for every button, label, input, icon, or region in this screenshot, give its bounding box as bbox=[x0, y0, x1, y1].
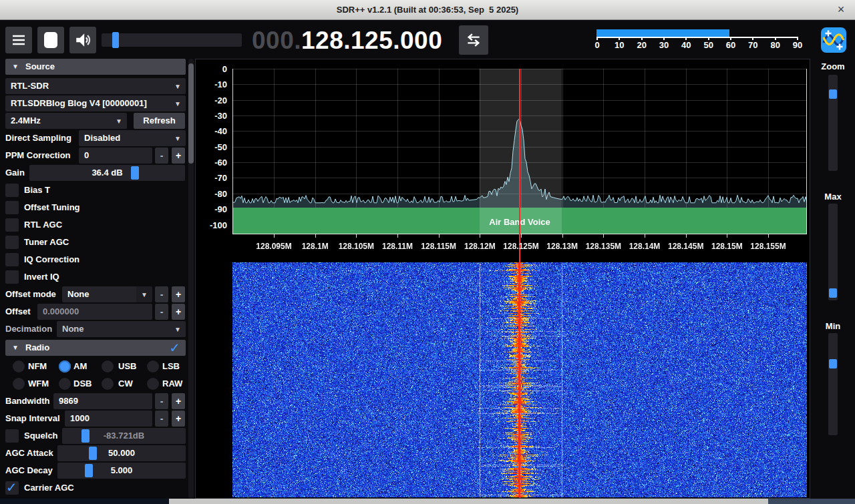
snr-scale-label: 30 bbox=[659, 40, 669, 50]
mode-radio-usb[interactable] bbox=[102, 360, 114, 372]
max-slider-handle[interactable] bbox=[829, 288, 837, 298]
radio-header-label: Radio bbox=[25, 340, 49, 356]
agc-decay-slider[interactable]: 5.000 bbox=[57, 463, 186, 479]
source-driver-select[interactable]: RTL-SDR ▼ bbox=[5, 78, 186, 94]
mode-radio-dsb[interactable] bbox=[59, 378, 71, 390]
check-icon: ✓ bbox=[6, 481, 19, 493]
snr-scale-label: 60 bbox=[726, 40, 735, 50]
close-icon: × bbox=[838, 3, 845, 16]
ppm-plus-button[interactable]: + bbox=[172, 148, 185, 164]
offset-input[interactable]: 0.000000 bbox=[37, 304, 152, 320]
zoom-slider[interactable] bbox=[828, 75, 838, 171]
carrier-agc-checkbox[interactable]: ✓ bbox=[5, 481, 19, 495]
ppm-minus-button[interactable]: - bbox=[155, 148, 168, 164]
tuning-mode-button[interactable] bbox=[459, 25, 488, 55]
frequency-display[interactable]: 000.128.125.000 bbox=[252, 27, 442, 54]
mode-radio-wfm[interactable] bbox=[13, 378, 25, 390]
offset-mode-minus-button[interactable]: - bbox=[155, 286, 168, 302]
min-slider[interactable] bbox=[828, 333, 838, 435]
stop-icon bbox=[44, 32, 57, 48]
volume-mute-button[interactable] bbox=[69, 27, 96, 53]
snr-tick-mark bbox=[663, 37, 665, 40]
volume-slider-handle[interactable] bbox=[112, 32, 119, 48]
snr-scale-label: 90 bbox=[793, 40, 802, 50]
agc-attack-slider[interactable]: 50.000 bbox=[57, 445, 186, 461]
title-bar: SDR++ v1.2.1 (Built at 00:36:53, Sep 5 2… bbox=[0, 0, 855, 20]
min-slider-handle[interactable] bbox=[829, 359, 837, 368]
bandwidth-input[interactable]: 9869 bbox=[53, 393, 152, 409]
iq-correction-checkbox[interactable]: ✓ bbox=[5, 253, 19, 266]
offset-minus-button[interactable]: - bbox=[155, 304, 168, 320]
ppm-input[interactable]: 0 bbox=[79, 148, 152, 164]
squelch-slider[interactable]: -83.721dB bbox=[62, 428, 186, 444]
mode-radio-am[interactable] bbox=[59, 360, 71, 372]
freq-tick-label: 128.1M bbox=[302, 242, 329, 251]
direct-sampling-select[interactable]: Disabled ▼ bbox=[79, 130, 186, 146]
tuner-agc-label: Tuner AGC bbox=[24, 234, 69, 250]
offset-tuning-checkbox[interactable]: ✓ bbox=[5, 201, 19, 214]
minus-icon: - bbox=[160, 150, 164, 161]
snap-plus-button[interactable]: + bbox=[172, 411, 185, 427]
minus-icon: - bbox=[160, 306, 164, 317]
agc-decay-slider-handle[interactable] bbox=[85, 464, 93, 477]
decimation-value: None bbox=[62, 324, 84, 334]
zoom-slider-handle[interactable] bbox=[829, 89, 837, 99]
tuning-line[interactable] bbox=[519, 69, 520, 498]
stop-button[interactable] bbox=[37, 27, 64, 53]
snr-tick-mark bbox=[775, 37, 776, 40]
mode-radio-cw[interactable] bbox=[102, 378, 114, 390]
ppm-label: PPM Correction bbox=[5, 148, 71, 164]
background-window-strip-slate bbox=[768, 499, 855, 504]
source-section-header[interactable]: ▼ Source bbox=[5, 59, 186, 75]
iq-correction-label: IQ Correction bbox=[24, 252, 79, 268]
agc-attack-slider-handle[interactable] bbox=[89, 447, 97, 460]
mode-radio-raw[interactable] bbox=[147, 378, 159, 390]
squelch-checkbox[interactable]: ✓ bbox=[5, 429, 19, 443]
snr-tick-mark bbox=[596, 37, 598, 40]
offset-mode-value: None bbox=[67, 289, 90, 299]
zoom-label: Zoom bbox=[816, 61, 850, 71]
offset-label: Offset bbox=[5, 304, 31, 320]
chevron-down-icon: ▼ bbox=[174, 79, 181, 94]
radio-section-header[interactable]: ▼ Radio ✓ bbox=[5, 340, 186, 356]
offset-mode-select[interactable]: None ▼ bbox=[62, 286, 152, 302]
snap-minus-button[interactable]: - bbox=[155, 411, 168, 427]
source-device-select[interactable]: RTLSDRBlog Blog V4 [00000001] ▼ bbox=[5, 95, 186, 111]
menu-button[interactable] bbox=[5, 27, 32, 53]
refresh-button[interactable]: Refresh bbox=[134, 113, 185, 129]
bandwidth-plus-button[interactable]: + bbox=[172, 393, 185, 409]
offset-mode-plus-button[interactable]: + bbox=[172, 286, 185, 302]
mode-label-nfm: NFM bbox=[28, 358, 47, 374]
close-button[interactable]: × bbox=[834, 0, 848, 20]
radio-enabled-check-icon[interactable]: ✓ bbox=[169, 340, 180, 356]
plus-icon: + bbox=[176, 396, 181, 407]
minus-icon: - bbox=[160, 413, 164, 424]
mode-label-wfm: WFM bbox=[28, 376, 49, 392]
invert-iq-checkbox[interactable]: ✓ bbox=[5, 270, 19, 284]
decimation-select[interactable]: None ▼ bbox=[57, 321, 186, 337]
db-tick-label: -100 bbox=[210, 220, 227, 230]
sidebar-scrollbar-thumb[interactable] bbox=[188, 63, 194, 164]
rtl-agc-checkbox[interactable]: ✓ bbox=[5, 218, 19, 232]
mode-radio-lsb[interactable] bbox=[147, 360, 159, 372]
offset-plus-button[interactable]: + bbox=[172, 304, 185, 320]
tuner-agc-checkbox[interactable]: ✓ bbox=[5, 236, 19, 249]
max-slider[interactable] bbox=[828, 204, 838, 300]
gain-slider-handle[interactable] bbox=[131, 166, 139, 180]
squelch-slider-handle[interactable] bbox=[81, 429, 90, 443]
offset-mode-label: Offset mode bbox=[5, 286, 56, 302]
min-label: Min bbox=[816, 321, 850, 331]
freq-tick-label: 128.13M bbox=[546, 242, 578, 251]
db-tick-label: -70 bbox=[214, 173, 227, 183]
chevron-down-icon: ▼ bbox=[141, 287, 148, 302]
bias-t-checkbox[interactable]: ✓ bbox=[5, 184, 19, 197]
plus-icon: + bbox=[176, 306, 181, 317]
bandwidth-minus-button[interactable]: - bbox=[155, 393, 168, 409]
mode-radio-nfm[interactable] bbox=[13, 360, 25, 372]
freq-tick-label: 128.135M bbox=[586, 242, 621, 251]
samplerate-select[interactable]: 2.4MHz ▼ bbox=[5, 113, 127, 129]
speaker-icon bbox=[74, 31, 92, 49]
snap-interval-input[interactable]: 1000 bbox=[65, 411, 152, 427]
gain-slider[interactable]: 36.4 dB bbox=[29, 165, 185, 181]
collapse-arrow-icon: ▼ bbox=[12, 59, 19, 75]
